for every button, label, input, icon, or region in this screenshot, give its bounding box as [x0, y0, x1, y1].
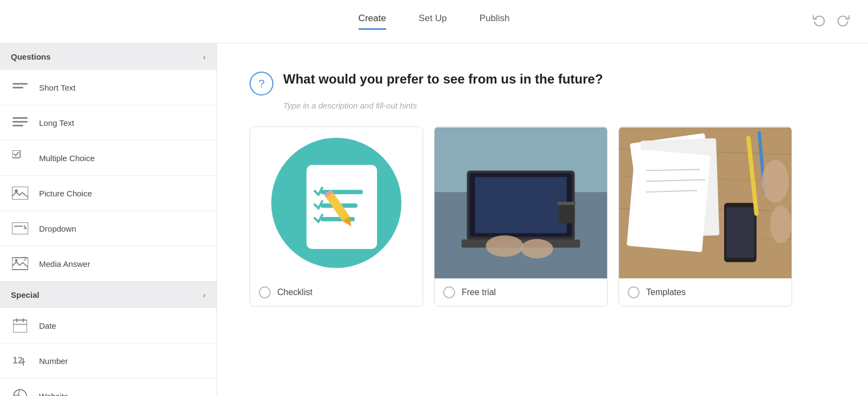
- dropdown-icon: [11, 219, 29, 238]
- sidebar-item-long-text-label: Long Text: [39, 118, 74, 127]
- svg-text:12: 12: [12, 355, 23, 366]
- picture-choice-image-checklist: [250, 127, 423, 279]
- question-title: What would you prefer to see from us in …: [283, 71, 603, 87]
- svg-rect-4: [12, 125, 23, 126]
- picture-choice-label-row-templates: Templates: [619, 279, 792, 306]
- tab-publish[interactable]: Publish: [480, 13, 510, 30]
- svg-rect-12: [13, 320, 27, 333]
- sidebar-section-questions-label: Questions: [11, 52, 50, 61]
- sidebar-item-short-text-label: Short Text: [39, 83, 75, 92]
- question-description[interactable]: Type in a description and fill-out hints: [283, 101, 835, 110]
- question-header: ? What would you prefer to see from us i…: [250, 71, 835, 95]
- sidebar-item-media-answer[interactable]: Media Answer: [0, 246, 216, 282]
- date-icon: [11, 316, 29, 335]
- header-actions: [810, 11, 852, 32]
- short-text-icon: [11, 78, 29, 97]
- main-layout: Questions › Short Text Long Tex: [0, 43, 868, 396]
- sidebar-item-date-label: Date: [39, 321, 56, 330]
- tab-create[interactable]: Create: [359, 13, 386, 30]
- sidebar-item-dropdown[interactable]: Dropdown: [0, 211, 216, 246]
- radio-free-trial[interactable]: [443, 286, 455, 298]
- picture-choice-card-templates[interactable]: Templates: [618, 126, 792, 306]
- sidebar-item-number-label: Number: [39, 356, 68, 366]
- svg-point-52: [762, 160, 789, 203]
- sidebar-item-dropdown-label: Dropdown: [39, 224, 76, 233]
- sidebar-item-media-answer-label: Media Answer: [39, 259, 90, 269]
- app-header: Create Set Up Publish: [0, 0, 868, 43]
- sidebar-item-date[interactable]: Date: [0, 308, 216, 343]
- sidebar-item-number[interactable]: 12 Number: [0, 343, 216, 379]
- sidebar: Questions › Short Text Long Tex: [0, 43, 217, 396]
- picture-choice-card-checklist[interactable]: Checklist: [250, 126, 423, 306]
- chevron-right-icon-special: ›: [203, 291, 206, 299]
- sidebar-item-website-label: Website: [39, 392, 68, 397]
- sidebar-section-special[interactable]: Special ›: [0, 282, 216, 308]
- sidebar-item-multiple-choice[interactable]: Multiple Choice: [0, 140, 216, 176]
- svg-rect-1: [12, 87, 23, 88]
- picture-choice-card-free-trial[interactable]: Free trial: [434, 126, 608, 306]
- picture-choice-image-templates: [619, 127, 792, 279]
- svg-point-34: [521, 239, 553, 259]
- svg-rect-3: [12, 121, 28, 123]
- sidebar-item-picture-choice-label: Picture Choice: [39, 189, 92, 198]
- sidebar-item-picture-choice[interactable]: Picture Choice: [0, 176, 216, 211]
- sidebar-item-multiple-choice-label: Multiple Choice: [39, 154, 95, 163]
- svg-rect-0: [12, 83, 28, 85]
- svg-rect-49: [726, 207, 755, 258]
- picture-choice-label-row-free-trial: Free trial: [435, 279, 607, 306]
- svg-point-53: [770, 206, 792, 244]
- header-nav: Create Set Up Publish: [359, 13, 510, 30]
- long-text-icon: [11, 113, 29, 132]
- picture-choice-icon: [11, 184, 29, 202]
- question-type-icon: ?: [250, 72, 273, 95]
- picture-choice-label-templates: Templates: [646, 288, 686, 297]
- tab-setup[interactable]: Set Up: [419, 13, 447, 30]
- website-icon: [11, 387, 29, 396]
- picture-choice-label-free-trial: Free trial: [462, 288, 496, 297]
- redo-button[interactable]: [834, 11, 852, 32]
- sidebar-item-short-text[interactable]: Short Text: [0, 70, 216, 105]
- picture-choices-container: Checklist: [250, 126, 835, 306]
- svg-rect-44: [627, 149, 710, 252]
- svg-rect-2: [12, 117, 28, 119]
- undo-button[interactable]: [810, 11, 828, 32]
- media-answer-icon: [11, 254, 29, 273]
- svg-rect-31: [475, 177, 567, 233]
- svg-point-33: [486, 235, 524, 257]
- sidebar-item-long-text[interactable]: Long Text: [0, 105, 216, 140]
- sidebar-section-questions[interactable]: Questions ›: [0, 43, 216, 70]
- chevron-right-icon: ›: [203, 53, 206, 61]
- main-content: ? What would you prefer to see from us i…: [217, 43, 868, 396]
- picture-choice-label-checklist: Checklist: [277, 288, 312, 297]
- sidebar-item-website[interactable]: Website: [0, 379, 216, 396]
- multiple-choice-icon: [11, 149, 29, 167]
- picture-choice-label-row-checklist: Checklist: [250, 279, 423, 306]
- svg-rect-36: [558, 202, 576, 205]
- radio-checklist[interactable]: [259, 286, 271, 298]
- picture-choice-image-free-trial: [435, 127, 607, 279]
- svg-rect-6: [12, 187, 28, 200]
- sidebar-section-special-label: Special: [11, 290, 40, 299]
- radio-templates[interactable]: [628, 286, 640, 298]
- number-icon: 12: [11, 352, 29, 370]
- svg-rect-35: [559, 203, 575, 223]
